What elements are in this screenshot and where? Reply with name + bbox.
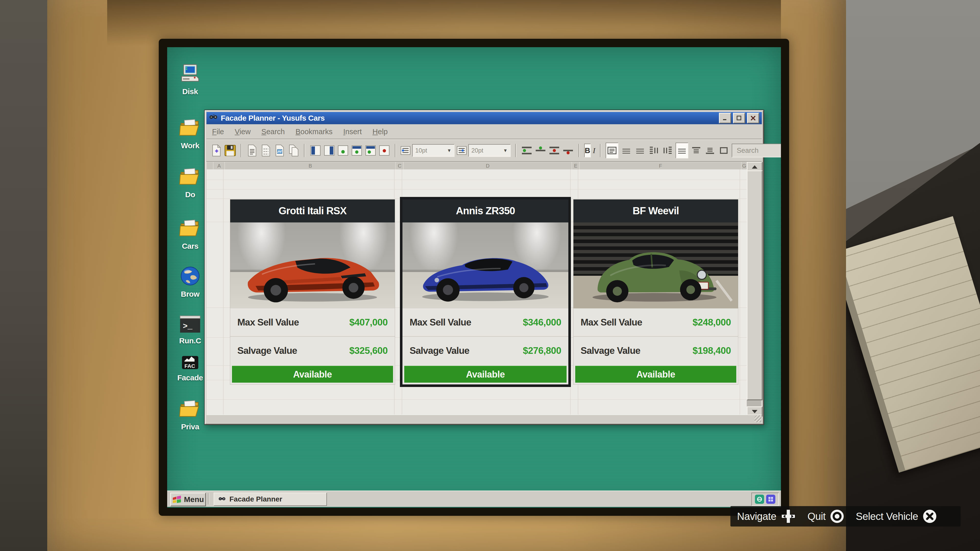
computer-icon: [180, 63, 200, 85]
insert-image-button[interactable]: [274, 143, 286, 158]
start-menu-button[interactable]: Menu: [170, 492, 206, 507]
stat-value: $248,000: [693, 317, 731, 328]
menu-logo-icon: [172, 495, 181, 503]
facade-app-icon: [218, 496, 226, 503]
vertical-scrollbar[interactable]: [747, 162, 761, 415]
vehicle-name: BF Weevil: [573, 200, 738, 222]
column-header-e[interactable]: E: [572, 162, 580, 170]
column-left-button[interactable]: [310, 143, 321, 158]
close-button[interactable]: [747, 113, 759, 124]
font-size-combo-a[interactable]: 10pt▼: [401, 144, 455, 157]
font-size-b-value: 20pt: [471, 147, 484, 154]
print-button[interactable]: [246, 143, 258, 158]
car-render-green: [573, 222, 738, 308]
menu-search[interactable]: Search: [261, 127, 285, 136]
system-tray: [751, 492, 779, 506]
window-status-bar: [207, 414, 762, 423]
new-document-button[interactable]: [210, 143, 222, 158]
circle-button-icon: [830, 509, 845, 524]
folder-icon: [179, 166, 201, 188]
desktop-icon-disk[interactable]: Disk: [171, 63, 209, 96]
header-green-button[interactable]: [351, 143, 363, 158]
desktop-icon-docs[interactable]: Do: [171, 166, 209, 199]
desktop-icon-run[interactable]: >_ Run.C: [171, 315, 209, 345]
hint-label: Select Vehicle: [856, 511, 918, 522]
arrow-down-icon: [752, 410, 757, 413]
column-header-b[interactable]: B: [224, 162, 396, 170]
window-title: Facade Planner - Yusufs Cars: [221, 114, 325, 122]
indent-increase-button[interactable]: [662, 143, 673, 158]
vehicle-card-weevil[interactable]: BF Weevil Max Sell Va: [573, 200, 738, 384]
copy-button[interactable]: [288, 143, 299, 158]
insert-row-above-button[interactable]: [521, 143, 533, 158]
vehicle-card-itali-rsx[interactable]: Grotti Itali RSX Max Sell Value $407,000: [230, 200, 395, 384]
header-green-2-button[interactable]: [365, 143, 376, 158]
valign-top-button[interactable]: [690, 143, 702, 158]
maximize-button[interactable]: [733, 113, 745, 124]
scrollbar-thumb[interactable]: [747, 170, 762, 400]
italic-button[interactable]: I: [593, 144, 595, 157]
globe-icon: [180, 265, 201, 288]
desktop-icon-facade[interactable]: FAC Facade: [171, 354, 209, 382]
minimize-button[interactable]: [719, 113, 731, 124]
page-marker-red-button[interactable]: [379, 143, 390, 158]
hint-label: Navigate: [737, 511, 776, 522]
task-button-facade-planner[interactable]: Facade Planner: [213, 492, 327, 506]
desktop-icon-label: Run.C: [171, 337, 209, 345]
search-input[interactable]: [736, 146, 781, 155]
toolbar-separator: [579, 144, 579, 157]
toolbar-separator: [395, 144, 396, 157]
window-titlebar[interactable]: Facade Planner - Yusufs Cars: [207, 112, 762, 124]
stat-label: Salvage Value: [581, 345, 640, 356]
page-setup-button[interactable]: [260, 143, 272, 158]
folder-icon: [179, 117, 201, 139]
stat-row-max-sell: Max Sell Value $248,000: [573, 308, 738, 337]
vehicle-card-zr350-selected[interactable]: Annis ZR350 Max Sell Value $346,000: [402, 200, 568, 384]
menu-bookmarks[interactable]: Bookmarks: [296, 127, 332, 136]
desktop-icon-cars[interactable]: Cars: [171, 218, 209, 251]
tray-grid-icon[interactable]: [766, 495, 775, 504]
menu-insert[interactable]: Insert: [343, 127, 362, 136]
font-size-combo-b[interactable]: 20pt▼: [457, 144, 511, 157]
resize-grip[interactable]: [755, 416, 761, 422]
valign-bottom-button[interactable]: [704, 143, 716, 158]
align-center-button[interactable]: [634, 143, 646, 158]
save-button[interactable]: [224, 143, 236, 158]
desktop-icon-label: Disk: [171, 87, 209, 96]
menu-file[interactable]: File: [212, 127, 224, 136]
bold-button[interactable]: B: [584, 144, 591, 157]
arrow-up-icon: [752, 165, 757, 168]
stat-row-max-sell: Max Sell Value $346,000: [402, 308, 568, 337]
column-header-a[interactable]: A: [213, 162, 225, 170]
hint-label: Quit: [808, 511, 826, 522]
column-header-d[interactable]: D: [403, 162, 572, 170]
column-right-button[interactable]: [323, 143, 335, 158]
borders-button[interactable]: [718, 143, 730, 158]
menu-view[interactable]: View: [235, 127, 251, 136]
column-header-f[interactable]: F: [579, 162, 741, 170]
desktop-icon-work[interactable]: Work: [171, 117, 209, 150]
sheet-corner-cell[interactable]: [207, 162, 213, 170]
align-left-button[interactable]: [620, 143, 632, 158]
stat-label: Salvage Value: [410, 345, 469, 356]
delete-column-button[interactable]: [562, 143, 574, 158]
toolbar-separator: [304, 144, 305, 157]
terminal-icon: >_: [180, 315, 201, 334]
tray-clock-icon[interactable]: [755, 495, 764, 504]
column-header-g[interactable]: G: [741, 162, 747, 170]
column-header-c[interactable]: C: [396, 162, 404, 170]
menu-help[interactable]: Help: [372, 127, 388, 136]
desktop-icon-browser[interactable]: Brow: [171, 265, 209, 299]
insert-row-below-button[interactable]: [535, 143, 546, 158]
delete-row-button[interactable]: [549, 143, 560, 158]
align-justify-button[interactable]: [676, 143, 688, 159]
desktop-icon-private[interactable]: Priva: [171, 398, 209, 431]
format-cells-button[interactable]: [606, 143, 618, 159]
indent-decrease-button[interactable]: [648, 143, 660, 158]
stat-row-salvage: Salvage Value $325,600: [230, 336, 395, 365]
vehicle-photo: [573, 222, 738, 308]
desktop-icon-label: Cars: [171, 242, 209, 251]
page-marker-green-button[interactable]: [337, 143, 349, 158]
stat-value: $198,400: [693, 345, 731, 356]
dpad-icon: [780, 508, 796, 524]
